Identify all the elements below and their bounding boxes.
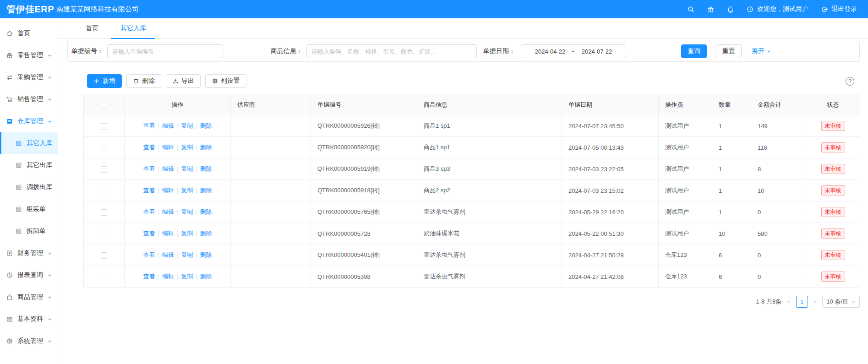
delete-link[interactable]: 删除 bbox=[200, 165, 212, 172]
cell-date: 2024-07-07 23:45:50 bbox=[562, 115, 659, 137]
cell-product: 雷达杀虫气雾剂 bbox=[417, 201, 562, 223]
row-checkbox[interactable] bbox=[101, 166, 107, 173]
sidebar-item-other-outbound[interactable]: 其它出库 bbox=[0, 154, 58, 176]
date-range-picker[interactable]: 2024-04-22 ~ 2024-07-22 bbox=[521, 44, 626, 58]
cell-date: 2024-04-27 21:42:08 bbox=[562, 266, 659, 288]
tab-other-inbound[interactable]: 其它入库 bbox=[111, 18, 155, 39]
row-checkbox[interactable] bbox=[101, 123, 107, 130]
page-number[interactable]: 1 bbox=[796, 296, 808, 308]
sidebar-item-sales[interactable]: 销售管理 bbox=[0, 88, 58, 110]
sidebar-item-retail[interactable]: 零售管理 bbox=[0, 44, 58, 66]
row-checkbox[interactable] bbox=[101, 274, 107, 280]
page-size-select[interactable]: 10 条/页 bbox=[822, 296, 860, 308]
cell-operator: 仓库123 bbox=[659, 244, 712, 266]
export-button[interactable]: 导出 bbox=[166, 74, 201, 88]
search-icon[interactable] bbox=[687, 5, 695, 13]
view-link[interactable]: 查看 bbox=[143, 230, 155, 237]
product-info-input[interactable] bbox=[306, 44, 477, 58]
sidebar-item-system[interactable]: 系统管理 bbox=[0, 330, 58, 352]
copy-link[interactable]: 复制 bbox=[181, 187, 193, 194]
sidebar-item-other-inbound[interactable]: 其它入库 bbox=[0, 132, 58, 154]
edit-link[interactable]: 编辑 bbox=[162, 230, 174, 237]
sidebar-item-label: 首页 bbox=[17, 29, 52, 38]
edit-link[interactable]: 编辑 bbox=[162, 144, 174, 151]
add-button[interactable]: 新增 bbox=[87, 74, 122, 88]
edit-link[interactable]: 编辑 bbox=[162, 122, 174, 129]
sidebar-item-goods[interactable]: 商品管理 bbox=[0, 286, 58, 308]
bell-icon[interactable] bbox=[726, 5, 734, 13]
cell-product: 商品2 sp2 bbox=[417, 180, 562, 201]
sidebar-item-reports[interactable]: 报表查询 bbox=[0, 264, 58, 286]
edit-link[interactable]: 编辑 bbox=[162, 165, 174, 172]
row-checkbox[interactable] bbox=[101, 188, 107, 194]
sidebar-item-finance[interactable]: 财务管理 bbox=[0, 242, 58, 264]
logout-button[interactable]: 退出登录 bbox=[820, 5, 857, 13]
date-from[interactable]: 2024-04-22 bbox=[535, 48, 566, 55]
next-page-icon[interactable]: > bbox=[813, 299, 818, 305]
cell-bill-no: QTRK00000005918[转] bbox=[311, 180, 417, 201]
prev-page-icon[interactable]: < bbox=[786, 299, 792, 305]
sidebar-item-home[interactable]: 首页 bbox=[0, 22, 58, 44]
cell-qty: 1 bbox=[712, 158, 751, 180]
sidebar-item-transfer-outbound[interactable]: 调拨出库 bbox=[0, 176, 58, 198]
sidebar-item-basic-data[interactable]: 基本资料 bbox=[0, 308, 58, 330]
cell-date: 2024-07-03 23:15:02 bbox=[562, 180, 659, 201]
view-link[interactable]: 查看 bbox=[143, 187, 155, 194]
column-settings-button[interactable]: 列设置 bbox=[205, 74, 246, 88]
view-link[interactable]: 查看 bbox=[143, 165, 155, 172]
copy-link[interactable]: 复制 bbox=[181, 230, 193, 237]
copy-link[interactable]: 复制 bbox=[181, 208, 193, 215]
edit-link[interactable]: 编辑 bbox=[162, 251, 174, 258]
cell-status: 未审核 bbox=[806, 244, 860, 266]
row-checkbox[interactable] bbox=[101, 145, 107, 151]
chevron-down-icon bbox=[47, 53, 52, 58]
edit-link[interactable]: 编辑 bbox=[162, 273, 174, 280]
action-separator: | bbox=[177, 208, 178, 215]
welcome-user[interactable]: 欢迎您，测试用户 bbox=[746, 5, 808, 13]
copy-link[interactable]: 复制 bbox=[181, 251, 193, 258]
edit-link[interactable]: 编辑 bbox=[162, 208, 174, 215]
row-checkbox[interactable] bbox=[101, 209, 107, 216]
delete-link[interactable]: 删除 bbox=[200, 208, 212, 215]
view-link[interactable]: 查看 bbox=[143, 273, 155, 280]
sales-icon bbox=[6, 96, 13, 103]
row-checkbox[interactable] bbox=[101, 231, 107, 237]
view-link[interactable]: 查看 bbox=[143, 251, 155, 258]
header-supplier: 供应商 bbox=[231, 94, 311, 115]
view-link[interactable]: 查看 bbox=[143, 208, 155, 215]
sidebar-item-disassembly[interactable]: 拆卸单 bbox=[0, 220, 58, 242]
copy-link[interactable]: 复制 bbox=[181, 122, 193, 129]
delete-link[interactable]: 删除 bbox=[200, 144, 212, 151]
view-link[interactable]: 查看 bbox=[143, 122, 155, 129]
delete-link[interactable]: 删除 bbox=[200, 122, 212, 129]
reset-button[interactable]: 重置 bbox=[716, 44, 742, 58]
delete-link[interactable]: 删除 bbox=[200, 187, 212, 194]
query-button[interactable]: 查询 bbox=[681, 44, 707, 58]
view-link[interactable]: 查看 bbox=[143, 144, 155, 151]
help-icon[interactable]: ? bbox=[846, 77, 854, 86]
delete-link[interactable]: 删除 bbox=[200, 230, 212, 237]
sidebar-item-warehouse[interactable]: 仓库管理 bbox=[0, 110, 58, 132]
row-checkbox[interactable] bbox=[101, 252, 107, 259]
copy-link[interactable]: 复制 bbox=[181, 144, 193, 151]
date-to[interactable]: 2024-07-22 bbox=[582, 48, 612, 55]
bill-no-input[interactable] bbox=[107, 44, 223, 58]
delete-button[interactable]: 删除 bbox=[126, 74, 161, 88]
select-all-checkbox[interactable] bbox=[101, 102, 107, 108]
sidebar-item-assembly[interactable]: 组装单 bbox=[0, 198, 58, 220]
bank-icon[interactable] bbox=[707, 5, 715, 13]
tab-bar: 首页 其它入库 bbox=[58, 18, 868, 39]
document-icon bbox=[15, 162, 22, 169]
row-actions: 查看|编辑|复制|删除 bbox=[125, 223, 231, 244]
delete-link[interactable]: 删除 bbox=[200, 251, 212, 258]
expand-toggle[interactable]: 展开 bbox=[752, 47, 771, 55]
cell-amount: 10 bbox=[751, 180, 806, 201]
status-badge: 未审核 bbox=[821, 272, 845, 282]
sidebar-item-purchase[interactable]: 采购管理 bbox=[0, 66, 58, 88]
tab-home[interactable]: 首页 bbox=[76, 18, 108, 39]
edit-link[interactable]: 编辑 bbox=[162, 187, 174, 194]
copy-link[interactable]: 复制 bbox=[181, 165, 193, 172]
delete-link[interactable]: 删除 bbox=[200, 273, 212, 280]
copy-link[interactable]: 复制 bbox=[181, 273, 193, 280]
chevron-down-icon bbox=[851, 299, 856, 304]
